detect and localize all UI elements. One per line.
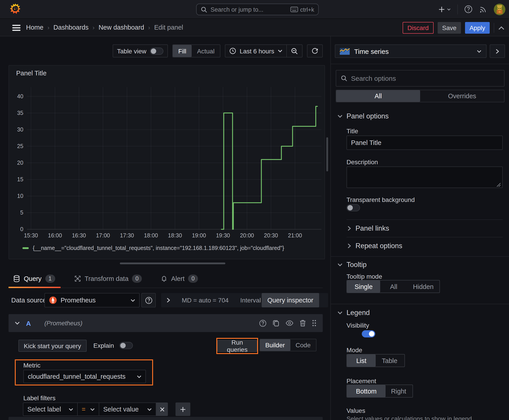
svg-text:15: 15 [17,176,23,182]
query-inspector-button[interactable]: Query inspector [261,293,319,307]
query-datasource-hint: (Prometheus) [45,320,83,327]
user-avatar[interactable] [494,3,505,15]
chevron-down-icon [477,50,482,53]
drag-handle-icon[interactable] [312,320,316,327]
vertical-scrollbar[interactable] [326,137,328,171]
tab-all[interactable]: All [336,90,420,102]
builder-option[interactable]: Builder [260,339,290,351]
code-option[interactable]: Code [290,341,316,349]
chevron-down-icon [147,408,152,411]
breadcrumb-new-dashboard[interactable]: New dashboard [99,24,144,31]
apply-button[interactable]: Apply [465,22,490,34]
datasource-picker[interactable]: Prometheus [45,293,140,307]
select-label-dropdown[interactable]: Select label [23,403,78,416]
save-button[interactable]: Save [438,22,461,34]
mode-table-option[interactable]: Table [376,354,403,367]
placement-bottom-option[interactable]: Bottom [347,385,386,397]
duplicate-query-icon[interactable] [273,320,280,327]
legend-section-header[interactable]: Legend [338,309,370,317]
help-icon[interactable] [464,5,473,14]
tooltip-all-option[interactable]: All [380,280,407,292]
add-filter-button[interactable] [175,403,190,416]
tooltip-mode-switch: Single All Hidden [347,280,440,293]
tab-alert[interactable]: Alert 0 [156,269,204,288]
kick-start-query-button[interactable]: Kick start your query [18,340,86,352]
description-textarea[interactable] [347,166,503,188]
toggle-viz-list-button[interactable] [490,45,505,58]
svg-text:17:30: 17:30 [120,232,134,239]
explain-toggle[interactable] [119,342,133,349]
query-help-icon[interactable] [259,319,267,327]
time-range-group: Last 6 hours [225,45,303,57]
chevron-down-icon [338,263,342,267]
breadcrumb: Home › Dashboards › New dashboard › Edit… [26,24,183,31]
mode-list-option[interactable]: List [347,354,376,367]
panel-options-section-header[interactable]: Panel options [338,112,389,120]
svg-text:18:00: 18:00 [144,232,158,239]
time-series-chart[interactable]: 051015202530354015:3016:0016:3017:0017:3… [11,83,325,241]
query-ref-label: A [26,319,31,327]
divider [494,23,494,33]
values-hint: Select values or calculations to show in… [347,415,472,420]
transparent-background-toggle[interactable] [347,204,360,211]
series-color-swatch [23,247,29,249]
global-search-input[interactable]: Search or jump to... ctrl+k [196,4,319,15]
zoom-out-button[interactable] [287,45,302,57]
tooltip-hidden-option[interactable]: Hidden [407,280,440,292]
collapse-options-chevron-up-icon[interactable] [498,26,504,30]
series-legend[interactable]: {__name__="cloudflared_tunnel_total_requ… [23,245,284,251]
datasource-help-icon[interactable] [141,293,156,307]
panel-title-input[interactable] [347,135,503,150]
legend-visibility-toggle[interactable] [362,330,375,338]
horizontal-scrollbar[interactable] [120,262,225,264]
clock-icon [229,48,236,54]
datasource-row: Data source Prometheus MD = auto = 704 I… [8,292,323,309]
select-value-dropdown[interactable]: Select value [99,403,156,416]
remove-filter-button[interactable] [156,403,168,416]
panel-links-section-header[interactable]: Panel links [347,224,389,232]
chart-panel: Panel Title 051015202530354015:3016:0016… [8,65,325,259]
table-view-toggle[interactable] [150,47,163,54]
transform-count-badge: 0 [132,274,142,283]
run-queries-button[interactable]: Run queries [217,340,257,352]
breadcrumb-home[interactable]: Home [26,24,43,31]
viz-picker[interactable]: Time series [335,45,486,58]
placement-right-option[interactable]: Right [386,385,412,397]
discard-button[interactable]: Discard [403,22,433,34]
operator-dropdown[interactable]: = [78,403,99,416]
actual-option[interactable]: Actual [192,45,220,57]
breadcrumb-dashboards[interactable]: Dashboards [53,24,88,31]
svg-text:18:30: 18:30 [168,232,182,239]
new-dashboard-button[interactable] [438,6,451,13]
tab-query[interactable]: Query 1 [8,269,60,288]
run-queries-highlight-box: Run queries [216,338,258,354]
chevron-down-icon [338,114,342,118]
chevron-right-icon [167,298,170,303]
fill-option[interactable]: Fill [173,45,192,57]
close-icon [160,407,165,412]
refresh-button[interactable] [307,45,323,57]
series-label: {__name__="cloudflared_tunnel_total_requ… [33,245,284,251]
news-rss-icon[interactable] [479,5,487,14]
tooltip-section-header[interactable]: Tooltip [338,261,367,269]
query-row-header[interactable]: A (Prometheus) [8,314,323,332]
query-row-actions [259,319,316,327]
chevron-right-icon: › [47,24,49,31]
tab-overrides[interactable]: Overrides [420,90,504,102]
tab-transform-data[interactable]: Transform data 0 [68,269,147,288]
hide-query-eye-icon[interactable] [285,320,294,326]
chevron-down-icon [131,299,135,302]
options-search-input[interactable]: Search options [336,70,504,87]
metric-select[interactable]: cloudflared_tunnel_total_requests [23,370,146,383]
explain-label: Explain [93,342,114,349]
tooltip-single-option[interactable]: Single [347,280,380,292]
editor-tabs: Query 1 Transform data 0 Alert 0 [8,269,323,288]
search-icon [341,75,347,82]
time-range-picker[interactable]: Last 6 hours [225,45,286,57]
delete-query-trash-icon[interactable] [299,320,306,327]
mega-menu-icon[interactable] [12,25,21,31]
alert-count-badge: 0 [188,274,198,283]
svg-text:40: 40 [17,93,23,99]
repeat-options-section-header[interactable]: Repeat options [347,242,403,250]
grafana-logo-icon[interactable] [10,3,21,15]
